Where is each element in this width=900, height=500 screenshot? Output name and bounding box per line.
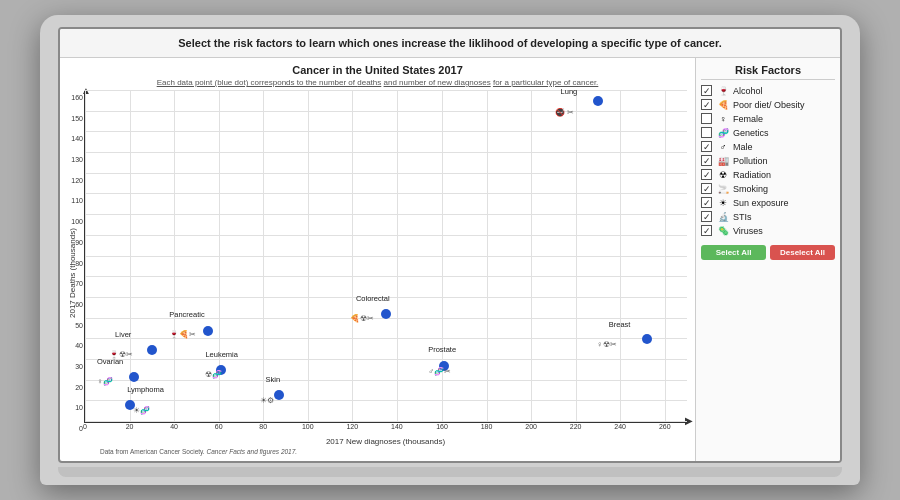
chart-area: Cancer in the United States 2017 Each da… xyxy=(60,58,695,461)
chart-title: Cancer in the United States 2017 xyxy=(68,64,687,76)
label-genetics: Genetics xyxy=(733,128,769,138)
icons-skin: ☀⚙ xyxy=(260,396,274,405)
checkbox-genetics[interactable] xyxy=(701,127,712,138)
label-sun: Sun exposure xyxy=(733,198,789,208)
label-breast: Breast xyxy=(609,320,631,329)
icons-colorectal: 🍕☢✂ xyxy=(350,314,374,323)
label-alcohol: Alcohol xyxy=(733,86,763,96)
chart-wrapper: 2017 Deaths (thousands) ▲ ▶ 160 150 140 xyxy=(68,91,687,455)
risk-factors-panel: Risk Factors ✓ 🍷 Alcohol ✓ 🍕 Poor diet/ … xyxy=(695,58,840,461)
risk-buttons: Select All Deselect All xyxy=(701,245,835,260)
checkbox-stis[interactable]: ✓ xyxy=(701,211,712,222)
icons-prostate: ♂🧬✂ xyxy=(428,367,451,376)
icon-pollution: 🏭 xyxy=(716,156,730,166)
label-male: Male xyxy=(733,142,753,152)
dot-ovarian[interactable] xyxy=(129,372,139,382)
checkbox-alcohol[interactable]: ✓ xyxy=(701,85,712,96)
label-leukemia: Leukemia xyxy=(205,350,238,359)
risk-panel-title: Risk Factors xyxy=(701,64,835,80)
dot-breast[interactable] xyxy=(642,334,652,344)
label-prostate: Prostate xyxy=(428,345,456,354)
label-viruses: Viruses xyxy=(733,226,763,236)
label-female: Female xyxy=(733,114,763,124)
risk-item-alcohol[interactable]: ✓ 🍷 Alcohol xyxy=(701,85,835,96)
icons-ovarian: ♀🧬 xyxy=(97,377,113,386)
risk-item-stis[interactable]: ✓ 🔬 STIs xyxy=(701,211,835,222)
label-liver: Liver xyxy=(115,330,131,339)
risk-item-viruses[interactable]: ✓ 🦠 Viruses xyxy=(701,225,835,236)
dot-colorectal[interactable] xyxy=(381,309,391,319)
label-poor-diet: Poor diet/ Obesity xyxy=(733,100,805,110)
y-axis-label: 2017 Deaths (thousands) xyxy=(68,91,84,455)
icon-smoking: 🚬 xyxy=(716,184,730,194)
risk-item-smoking[interactable]: ✓ 🚬 Smoking xyxy=(701,183,835,194)
dot-liver[interactable] xyxy=(147,345,157,355)
icon-radiation: ☢ xyxy=(716,170,730,180)
icon-female: ♀ xyxy=(716,114,730,124)
deselect-all-button[interactable]: Deselect All xyxy=(770,245,835,260)
checkbox-radiation[interactable]: ✓ xyxy=(701,169,712,180)
label-stis: STIs xyxy=(733,212,752,222)
label-colorectal: Colorectal xyxy=(356,294,390,303)
icons-lung: 🚭 ✂ xyxy=(555,108,574,117)
checkbox-poor-diet[interactable]: ✓ xyxy=(701,99,712,110)
risk-item-poor-diet[interactable]: ✓ 🍕 Poor diet/ Obesity xyxy=(701,99,835,110)
label-lymphoma: Lymphoma xyxy=(127,385,164,394)
screen: Select the risk factors to learn which o… xyxy=(58,27,842,463)
dot-pancreatic[interactable] xyxy=(203,326,213,336)
icons-leukemia: ☢🧬 xyxy=(205,370,222,379)
label-skin: Skin xyxy=(266,375,281,384)
label-pancreatic: Pancreatic xyxy=(169,310,204,319)
select-all-button[interactable]: Select All xyxy=(701,245,766,260)
checkbox-viruses[interactable]: ✓ xyxy=(701,225,712,236)
icon-male: ♂ xyxy=(716,142,730,152)
risk-item-sun[interactable]: ✓ ☀ Sun exposure xyxy=(701,197,835,208)
checkbox-male[interactable]: ✓ xyxy=(701,141,712,152)
risk-item-genetics[interactable]: 🧬 Genetics xyxy=(701,127,835,138)
instruction-bar: Select the risk factors to learn which o… xyxy=(60,29,840,58)
label-ovarian: Ovarian xyxy=(97,357,123,366)
icon-alcohol: 🍷 xyxy=(716,86,730,96)
icon-sun: ☀ xyxy=(716,198,730,208)
risk-item-female[interactable]: ♀ Female xyxy=(701,113,835,124)
main-area: Cancer in the United States 2017 Each da… xyxy=(60,58,840,461)
dot-lung[interactable] xyxy=(593,96,603,106)
icon-genetics: 🧬 xyxy=(716,128,730,138)
icons-pancreatic: 🍷🍕✂ xyxy=(169,330,196,339)
label-lung: Lung xyxy=(561,87,578,96)
laptop-base xyxy=(58,467,842,477)
icon-stis: 🔬 xyxy=(716,212,730,222)
checkbox-smoking[interactable]: ✓ xyxy=(701,183,712,194)
risk-item-pollution[interactable]: ✓ 🏭 Pollution xyxy=(701,155,835,166)
label-radiation: Radiation xyxy=(733,170,771,180)
icons-breast: ♀☢✂ xyxy=(597,340,617,349)
checkbox-sun[interactable]: ✓ xyxy=(701,197,712,208)
laptop-frame: Select the risk factors to learn which o… xyxy=(40,15,860,485)
icon-viruses: 🦠 xyxy=(716,226,730,236)
chart-subtitle: Each data point (blue dot) corresponds t… xyxy=(68,78,687,87)
data-source: Data from American Cancer Society. Cance… xyxy=(84,448,687,455)
icons-lymphoma: ☀🧬 xyxy=(133,406,150,415)
chart-plot: ▲ ▶ 160 150 140 130 120 110 xyxy=(84,91,687,423)
instruction-text: Select the risk factors to learn which o… xyxy=(178,37,721,49)
x-axis-label: 2017 New diagnoses (thousands) xyxy=(84,437,687,446)
checkbox-female[interactable] xyxy=(701,113,712,124)
checkbox-pollution[interactable]: ✓ xyxy=(701,155,712,166)
label-pollution: Pollution xyxy=(733,156,768,166)
label-smoking: Smoking xyxy=(733,184,768,194)
dot-skin[interactable] xyxy=(274,390,284,400)
icon-poor-diet: 🍕 xyxy=(716,100,730,110)
risk-item-male[interactable]: ✓ ♂ Male xyxy=(701,141,835,152)
risk-item-radiation[interactable]: ✓ ☢ Radiation xyxy=(701,169,835,180)
